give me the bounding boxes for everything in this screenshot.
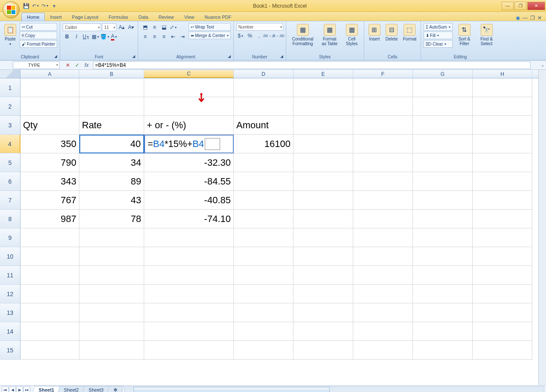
- cell[interactable]: [293, 172, 353, 191]
- cell[interactable]: [413, 285, 473, 303]
- cell[interactable]: [353, 172, 413, 191]
- cell-styles-button[interactable]: ▦Cell Styles: [343, 23, 361, 47]
- doc-minimize-button[interactable]: —: [523, 15, 528, 21]
- cell[interactable]: [20, 341, 79, 360]
- cell[interactable]: [473, 172, 532, 191]
- cell[interactable]: [413, 247, 473, 266]
- tab-data[interactable]: Data: [133, 13, 153, 21]
- cell[interactable]: [473, 210, 532, 228]
- cell[interactable]: [413, 191, 473, 210]
- cell[interactable]: [144, 78, 234, 97]
- row-header[interactable]: 9: [0, 228, 20, 247]
- cell[interactable]: [473, 341, 532, 360]
- cell[interactable]: [293, 191, 353, 210]
- cell[interactable]: 343: [20, 172, 79, 191]
- merge-center-button[interactable]: ⬌Merge & Center: [189, 32, 231, 39]
- cell[interactable]: =B4*15%+B4: [144, 135, 234, 153]
- format-cells-button[interactable]: ⬚Format: [401, 23, 418, 42]
- shrink-font-button[interactable]: A▾: [127, 23, 135, 32]
- find-select-button[interactable]: 🔭Find & Select: [476, 23, 497, 47]
- maximize-button[interactable]: ❐: [514, 2, 526, 10]
- cell[interactable]: [413, 341, 473, 360]
- cell[interactable]: -84.55: [144, 172, 234, 191]
- cell[interactable]: [144, 341, 234, 360]
- doc-close-button[interactable]: ✕: [537, 15, 542, 21]
- cell[interactable]: [353, 191, 413, 210]
- row-header[interactable]: 11: [0, 266, 20, 285]
- cell[interactable]: [144, 266, 234, 285]
- sheet-nav-first-icon[interactable]: ⏮: [2, 386, 9, 392]
- cell[interactable]: 40: [79, 135, 144, 153]
- column-header[interactable]: B: [79, 70, 144, 78]
- row-header[interactable]: 12: [0, 285, 20, 303]
- cell[interactable]: 34: [79, 153, 144, 172]
- cell[interactable]: [79, 97, 144, 116]
- alignment-launcher-icon[interactable]: ◢: [228, 54, 231, 58]
- minimize-button[interactable]: —: [502, 2, 514, 10]
- row-header[interactable]: 7: [0, 191, 20, 210]
- cell[interactable]: [473, 285, 532, 303]
- cell[interactable]: [234, 341, 293, 360]
- cell[interactable]: Amount: [234, 116, 293, 135]
- cell[interactable]: [293, 135, 353, 153]
- sheet-tab[interactable]: Sheet3: [82, 386, 110, 392]
- autosum-button[interactable]: ΣAutoSum: [424, 23, 452, 31]
- expand-formula-bar-icon[interactable]: ⌄: [539, 63, 546, 67]
- font-launcher-icon[interactable]: ◢: [132, 54, 135, 58]
- cell[interactable]: [79, 303, 144, 322]
- cell[interactable]: [234, 78, 293, 97]
- underline-button[interactable]: U: [81, 32, 90, 41]
- cell[interactable]: [473, 303, 532, 322]
- cell[interactable]: [293, 247, 353, 266]
- cell[interactable]: [234, 191, 293, 210]
- tab-page-layout[interactable]: Page Layout: [67, 13, 104, 21]
- cell[interactable]: [353, 97, 413, 116]
- format-as-table-button[interactable]: ▦Format as Table: [319, 23, 341, 47]
- cell[interactable]: [353, 228, 413, 247]
- decrease-decimal-button[interactable]: .0→.00: [274, 32, 282, 40]
- sheet-nav-prev-icon[interactable]: ◀: [9, 386, 16, 392]
- insert-cells-button[interactable]: ⊞Insert: [367, 23, 382, 42]
- cell[interactable]: [473, 228, 532, 247]
- cell[interactable]: [473, 266, 532, 285]
- doc-restore-button[interactable]: ❐: [530, 15, 535, 21]
- cell[interactable]: [353, 285, 413, 303]
- cell[interactable]: [144, 285, 234, 303]
- format-painter-button[interactable]: 🖌Format Painter: [20, 40, 57, 48]
- cell[interactable]: [20, 78, 79, 97]
- cell[interactable]: [20, 228, 79, 247]
- name-box[interactable]: TYPE: [13, 61, 60, 69]
- cell[interactable]: [20, 266, 79, 285]
- office-button[interactable]: [3, 1, 20, 18]
- cell[interactable]: [353, 266, 413, 285]
- sort-filter-button[interactable]: ⇅Sort & Filter: [454, 23, 475, 47]
- cell[interactable]: 16100: [234, 135, 293, 153]
- cell[interactable]: [20, 285, 79, 303]
- undo-icon[interactable]: ↶: [32, 2, 39, 10]
- cell[interactable]: [353, 210, 413, 228]
- column-header[interactable]: C: [144, 70, 234, 78]
- tab-nuance-pdf[interactable]: Nuance PDF: [199, 13, 236, 21]
- cell[interactable]: [234, 322, 293, 341]
- cell[interactable]: [413, 210, 473, 228]
- cell[interactable]: [79, 228, 144, 247]
- conditional-formatting-button[interactable]: ▦Conditional Formatting: [289, 23, 317, 47]
- redo-icon[interactable]: ↷: [41, 2, 49, 10]
- cell[interactable]: [353, 78, 413, 97]
- italic-button[interactable]: I: [72, 32, 81, 41]
- cell[interactable]: [79, 78, 144, 97]
- tab-view[interactable]: View: [179, 13, 200, 21]
- cell[interactable]: [144, 322, 234, 341]
- row-header[interactable]: 4: [0, 135, 20, 153]
- cell[interactable]: [473, 97, 532, 116]
- cell[interactable]: 78: [79, 210, 144, 228]
- cell[interactable]: 89: [79, 172, 144, 191]
- bold-button[interactable]: B: [63, 32, 71, 41]
- font-name-select[interactable]: Calibri: [63, 23, 101, 31]
- qat-customize-icon[interactable]: ▾: [50, 2, 58, 10]
- row-header[interactable]: 8: [0, 210, 20, 228]
- cell[interactable]: 43: [79, 191, 144, 210]
- row-header[interactable]: 3: [0, 116, 20, 135]
- cell[interactable]: -32.30: [144, 153, 234, 172]
- formula-input[interactable]: =B4*15%+B4: [93, 61, 531, 69]
